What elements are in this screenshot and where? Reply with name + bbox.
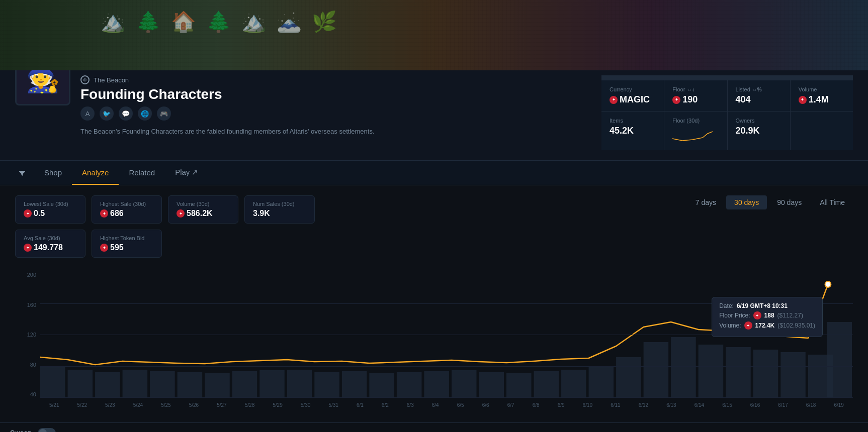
collection-brand: ⊕ The Beacon bbox=[80, 75, 591, 84]
time-btn-all[interactable]: All Time bbox=[812, 195, 853, 209]
chart-area: Date: 6/19 GMT+8 10:31 Floor Price: ✦ 18… bbox=[40, 272, 853, 397]
chart-tooltip: Date: 6/19 GMT+8 10:31 Floor Price: ✦ 18… bbox=[712, 297, 823, 337]
chart-y-labels: 200 160 120 80 40 bbox=[15, 272, 40, 397]
x-label-13: 6/3 bbox=[407, 402, 414, 408]
time-buttons: 7 days 30 days 90 days All Time bbox=[687, 195, 853, 209]
avg-magic-icon: ✦ bbox=[24, 244, 32, 252]
tooltip-date-label: Date: bbox=[719, 302, 734, 309]
social-link-a[interactable]: A bbox=[80, 106, 95, 121]
x-label-6: 5/27 bbox=[217, 402, 226, 408]
collection-title: Founding Characters bbox=[80, 86, 591, 102]
x-label-10: 5/31 bbox=[328, 402, 338, 408]
mini-stat-avg: Avg Sale (30d) ✦ 149.778 bbox=[15, 230, 85, 258]
social-link-twitter[interactable]: 🐦 bbox=[100, 106, 114, 121]
x-label-24: 6/14 bbox=[695, 402, 704, 408]
sweep-bar: Sweep bbox=[0, 422, 868, 432]
x-label-3: 5/24 bbox=[133, 402, 143, 408]
x-label-12: 6/2 bbox=[382, 402, 389, 408]
stat-currency: Currency ✦ MAGIC bbox=[601, 80, 664, 111]
grid-line-4 bbox=[40, 366, 853, 367]
time-btn-30d[interactable]: 30 days bbox=[726, 195, 767, 209]
stat-volume: Volume ✦ 1.4M bbox=[791, 80, 853, 111]
x-label-27: 6/17 bbox=[778, 402, 788, 408]
x-label-7: 5/28 bbox=[245, 402, 254, 408]
highest-sale-value: ✦ 686 bbox=[100, 209, 153, 218]
x-label-2: 5/23 bbox=[105, 402, 115, 408]
time-btn-7d[interactable]: 7 days bbox=[687, 195, 724, 209]
listed-label: Listed ↔% bbox=[736, 86, 782, 92]
stats-row-1: Lowest Sale (30d) ✦ 0.5 Highest Sale (30… bbox=[15, 195, 687, 224]
floor-value: ✦ 190 bbox=[672, 94, 719, 105]
stat-floor: Floor ↔↕ ✦ 190 bbox=[664, 80, 727, 111]
floor-arrows: ↔↕ bbox=[687, 87, 695, 92]
tab-shop[interactable]: Shop bbox=[34, 161, 72, 185]
floor-mini-chart bbox=[672, 128, 713, 143]
toggle-knob bbox=[39, 429, 47, 432]
sweep-toggle[interactable] bbox=[38, 428, 56, 432]
x-label-29: 6/19 bbox=[834, 402, 843, 408]
stat-items: Items 45.2K bbox=[601, 112, 664, 150]
mini-stat-highest-bid: Highest Token Bid ✦ 595 bbox=[92, 230, 162, 258]
beacon-icon: ⊕ bbox=[80, 75, 90, 84]
banner-decoration bbox=[0, 0, 868, 70]
collection-info: ⊕ The Beacon Founding Characters A 🐦 💬 🌐… bbox=[80, 70, 591, 137]
tooltip-date-value: 6/19 GMT+8 10:31 bbox=[737, 302, 788, 309]
analyze-top-row: Lowest Sale (30d) ✦ 0.5 Highest Sale (30… bbox=[15, 195, 853, 264]
stats-row-2: Avg Sale (30d) ✦ 149.778 Highest Token B… bbox=[15, 230, 687, 258]
x-label-15: 6/5 bbox=[457, 402, 464, 408]
tooltip-volume-row: Volume: ✦ 172.4K ($102,935.01) bbox=[719, 321, 815, 330]
volume-label: Volume bbox=[799, 86, 845, 92]
social-link-discord[interactable]: 💬 bbox=[119, 106, 133, 121]
tooltip-floor-label: Floor Price: bbox=[719, 312, 750, 319]
x-label-22: 6/12 bbox=[639, 402, 648, 408]
y-label-200: 200 bbox=[19, 272, 36, 278]
x-label-20: 6/10 bbox=[583, 402, 592, 408]
tab-play[interactable]: Play ↗ bbox=[165, 161, 208, 185]
listed-value: 404 bbox=[736, 94, 782, 105]
volume-30d-magic-icon: ✦ bbox=[177, 209, 185, 218]
stat-listed: Listed ↔% 404 bbox=[728, 80, 790, 111]
stats-rows-container: Lowest Sale (30d) ✦ 0.5 Highest Sale (30… bbox=[15, 195, 687, 264]
y-label-120: 120 bbox=[19, 332, 36, 338]
stat-owners: Owners 20.9K bbox=[728, 112, 790, 150]
collection-header: 🧙 ⊕ The Beacon Founding Characters A 🐦 💬… bbox=[0, 70, 868, 161]
mini-stat-highest: Highest Sale (30d) ✦ 686 bbox=[92, 195, 162, 224]
x-label-23: 6/13 bbox=[666, 402, 676, 408]
y-label-160: 160 bbox=[19, 302, 36, 308]
tooltip-floor-icon: ✦ bbox=[753, 311, 761, 319]
magic-icon: ✦ bbox=[610, 96, 618, 104]
x-label-8: 5/29 bbox=[273, 402, 282, 408]
x-label-21: 6/11 bbox=[611, 402, 620, 408]
x-label-16: 6/6 bbox=[482, 402, 489, 408]
volume-30d-value: ✦ 586.2K bbox=[177, 209, 230, 218]
floor-label: Floor ↔↕ bbox=[672, 86, 719, 92]
owners-value: 20.9K bbox=[736, 126, 782, 136]
tab-related[interactable]: Related bbox=[119, 161, 165, 185]
social-link-game[interactable]: 🎮 bbox=[157, 106, 171, 121]
analyze-section: Lowest Sale (30d) ✦ 0.5 Highest Sale (30… bbox=[0, 185, 868, 422]
highest-sale-label: Highest Sale (30d) bbox=[100, 201, 153, 207]
x-label-0: 5/21 bbox=[49, 402, 59, 408]
x-label-4: 5/25 bbox=[161, 402, 170, 408]
avg-sale-value: ✦ 149.778 bbox=[24, 243, 77, 252]
volume-magic-icon: ✦ bbox=[799, 96, 807, 104]
mini-stat-volume: Volume (30d) ✦ 586.2K bbox=[168, 195, 238, 224]
grid-line-1 bbox=[40, 272, 853, 272]
stat-empty bbox=[791, 112, 853, 150]
social-link-web[interactable]: 🌐 bbox=[138, 106, 152, 121]
filter-button[interactable] bbox=[10, 161, 34, 185]
x-label-11: 6/1 bbox=[357, 402, 364, 408]
time-btn-90d[interactable]: 90 days bbox=[769, 195, 810, 209]
social-links: A 🐦 💬 🌐 🎮 bbox=[80, 106, 591, 121]
y-label-40: 40 bbox=[19, 391, 36, 397]
tab-analyze[interactable]: Analyze bbox=[72, 161, 119, 185]
highest-bid-label: Highest Token Bid bbox=[100, 235, 153, 241]
volume-30d-label: Volume (30d) bbox=[177, 201, 230, 207]
listed-arrows: ↔% bbox=[752, 87, 762, 92]
tooltip-volume-label: Volume: bbox=[719, 322, 741, 329]
bid-magic-icon: ✦ bbox=[100, 244, 108, 252]
currency-label: Currency bbox=[610, 86, 656, 92]
items-label: Items bbox=[610, 118, 656, 124]
highest-magic-icon: ✦ bbox=[100, 209, 108, 218]
tooltip-floor-usd: ($112.27) bbox=[777, 312, 803, 319]
